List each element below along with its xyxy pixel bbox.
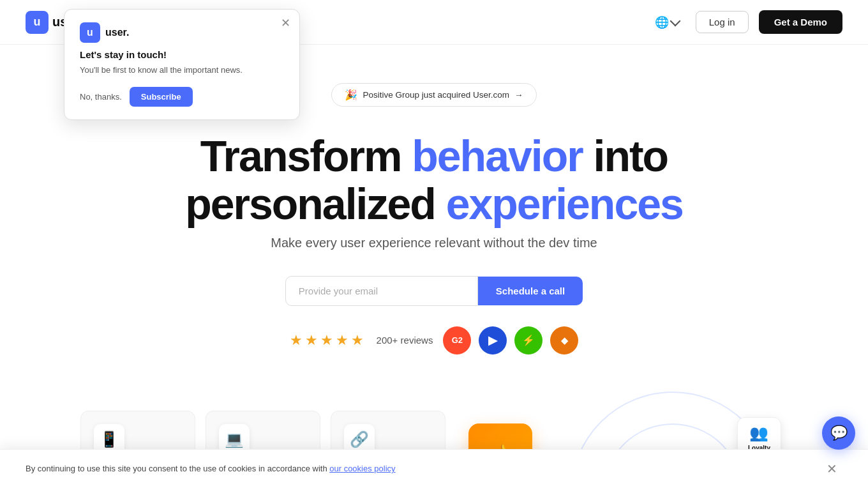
banner-emoji: 🎉 — [345, 89, 357, 101]
review-platform-logos: G2 ▶ ⚡ ◆ — [443, 326, 578, 355]
popup-card: ✕ u user. Let's stay in touch! You'll be… — [64, 9, 300, 120]
loyalty-icon: 👥 — [749, 424, 768, 442]
reviews-count: 200+ reviews — [377, 335, 433, 346]
headline-part2: into — [583, 132, 668, 180]
popup-no-thanks-link[interactable]: No, thanks. — [80, 92, 122, 102]
getapp-logo: ⚡ — [514, 326, 542, 355]
hero-subtext: Make every user experience relevant with… — [26, 236, 842, 250]
star-1: ★ — [290, 332, 303, 349]
star-4: ★ — [336, 332, 348, 349]
lang-chevron-icon — [670, 16, 680, 27]
popup-subscribe-button[interactable]: Subscribe — [130, 87, 193, 107]
newsletter-popup: ✕ u user. Let's stay in touch! You'll be… — [64, 9, 300, 120]
star-5: ★ — [351, 332, 364, 349]
language-selector[interactable]: 🌐 — [648, 11, 685, 33]
announcement-banner[interactable]: 🎉 Positive Group just acquired User.com … — [331, 83, 536, 107]
popup-logo: u user. — [80, 22, 284, 43]
announcement-arrow: → — [514, 90, 523, 100]
popup-logo-text: user. — [105, 27, 129, 38]
login-button[interactable]: Log in — [696, 11, 749, 33]
cookie-policy-link[interactable]: our cookies policy — [329, 464, 395, 473]
g2-logo: G2 — [443, 326, 471, 355]
popup-description: You'll be first to know all the importan… — [80, 64, 284, 77]
email-input-wrapper — [285, 276, 478, 306]
cookie-close-button[interactable]: ✕ — [821, 459, 842, 479]
headline-highlight1: behavior — [412, 132, 582, 180]
headline-part1: Transform — [200, 132, 412, 180]
cookie-banner: By continuing to use this site you conse… — [0, 449, 868, 488]
popup-actions: No, thanks. Subscribe — [80, 87, 284, 107]
softwareadvice-logo: ◆ — [550, 326, 578, 355]
chat-widget[interactable]: 💬 — [822, 416, 855, 450]
globe-icon: 🌐 — [655, 15, 669, 29]
navbar-right: 🌐 Log in Get a Demo — [648, 10, 842, 34]
star-3: ★ — [320, 332, 333, 349]
email-input[interactable] — [286, 277, 477, 305]
announcement-text: Positive Group just acquired User.com — [363, 90, 509, 100]
popup-title: Let's stay in touch! — [80, 49, 284, 60]
reviews-row: ★ ★ ★ ★ ★ 200+ reviews G2 ▶ ⚡ ◆ — [26, 326, 842, 355]
star-2: ★ — [305, 332, 318, 349]
headline-line2-part1: personalized — [185, 179, 446, 228]
popup-logo-icon: u — [80, 22, 100, 43]
cookie-text: By continuing to use this site you conse… — [26, 462, 396, 475]
hero-headline: Transform behavior into personalized exp… — [26, 132, 842, 228]
email-form: Schedule a call — [26, 276, 842, 306]
schedule-call-button[interactable]: Schedule a call — [478, 277, 583, 305]
logo-icon: u — [26, 11, 49, 34]
get-demo-button[interactable]: Get a Demo — [759, 10, 842, 34]
popup-close-button[interactable]: ✕ — [281, 17, 290, 29]
star-rating: ★ ★ ★ ★ ★ — [290, 332, 364, 349]
capterra-logo: ▶ — [479, 326, 507, 355]
chat-icon: 💬 — [830, 425, 848, 441]
headline-highlight2: experiences — [446, 179, 683, 228]
